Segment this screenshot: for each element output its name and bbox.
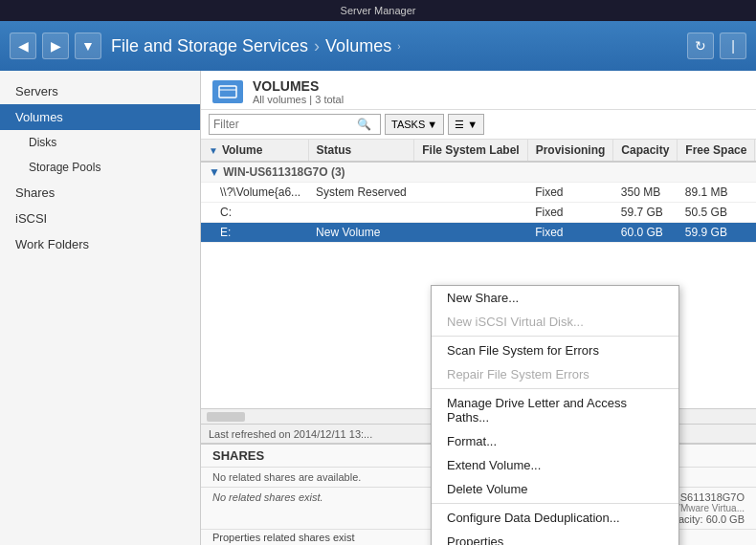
breadcrumb-service[interactable]: File and Storage Services — [111, 36, 308, 56]
section-header: VOLUMES All volumes | 3 total — [201, 71, 756, 110]
sidebar-item-volumes[interactable]: Volumes — [0, 104, 200, 130]
breadcrumb-current: Volumes — [325, 36, 391, 56]
forward-button[interactable]: ▶ — [42, 33, 69, 59]
menu-button[interactable]: ▼ — [75, 33, 101, 59]
pin-button[interactable]: | — [720, 33, 746, 59]
cell-capacity: 350 MB — [613, 183, 678, 203]
cell-free: 59.9 GB — [678, 223, 755, 243]
sidebar-label-work-folders: Work Folders — [15, 237, 89, 251]
cell-provisioning: Fixed — [527, 203, 613, 223]
shares-title: SHARES — [212, 448, 264, 463]
nav-refresh-area: ↻ | — [687, 33, 746, 59]
breadcrumb: File and Storage Services › Volumes › — [111, 36, 401, 56]
cell-provisioning: Fixed — [527, 183, 613, 203]
refresh-status: Last refreshed on 2014/12/11 13:... — [209, 428, 372, 440]
cell-status — [308, 203, 414, 223]
sidebar-item-iscsi[interactable]: iSCSI — [0, 206, 200, 231]
col-free[interactable]: Free Space — [678, 140, 755, 162]
context-scan-fs[interactable]: Scan File System for Errors — [432, 338, 678, 362]
context-format[interactable]: Format... — [432, 429, 678, 453]
volumes-icon — [212, 80, 243, 103]
refresh-button[interactable]: ↻ — [687, 33, 714, 59]
toolbar: 🔍 TASKS ▼ ☰ ▼ — [201, 110, 756, 140]
sidebar-label-volumes: Volumes — [15, 110, 63, 124]
cell-label — [414, 203, 527, 223]
col-status[interactable]: Status — [308, 140, 414, 162]
col-label[interactable]: File System Label — [414, 140, 527, 162]
table-row-selected[interactable]: E: New Volume Fixed 60.0 GB 59.9 GB — [201, 223, 756, 243]
context-properties[interactable]: Properties — [432, 530, 678, 545]
cell-label — [414, 223, 527, 243]
shares-table-empty: No related shares exist. — [212, 491, 323, 503]
cell-label — [414, 183, 527, 203]
breadcrumb-sep2: › — [397, 41, 400, 52]
section-subtitle: All volumes | 3 total — [253, 94, 344, 105]
svg-rect-0 — [219, 86, 236, 98]
title-bar-text: Server Manager — [341, 5, 416, 16]
context-menu: New Share... New iSCSI Virtual Disk... S… — [431, 285, 679, 545]
col-provisioning[interactable]: Provisioning — [527, 140, 613, 162]
title-bar: Server Manager — [0, 0, 756, 21]
back-button[interactable]: ◀ — [10, 33, 36, 59]
sidebar: Servers Volumes Disks Storage Pools Shar… — [0, 71, 201, 545]
context-sep-1 — [432, 336, 678, 337]
table-row[interactable]: C: Fixed 59.7 GB 50.5 GB — [201, 203, 756, 223]
context-sep-3 — [432, 503, 678, 504]
col-capacity[interactable]: Capacity — [613, 140, 678, 162]
sidebar-label-disks: Disks — [29, 136, 56, 149]
context-delete[interactable]: Delete Volume — [432, 477, 678, 501]
table-row[interactable]: \\?\Volume{a6... System Reserved Fixed 3… — [201, 183, 756, 203]
volumes-table: ▼Volume Status File System Label Provisi… — [201, 140, 756, 243]
cell-volume: \\?\Volume{a6... — [201, 183, 308, 203]
sidebar-label-servers: Servers — [15, 84, 58, 98]
context-new-iscsi: New iSCSI Virtual Disk... — [432, 310, 678, 334]
nav-bar: ◀ ▶ ▼ File and Storage Services › Volume… — [0, 21, 756, 71]
sidebar-label-storage-pools: Storage Pools — [29, 161, 100, 174]
filter-box[interactable]: 🔍 — [209, 114, 381, 135]
cell-free: 50.5 GB — [678, 203, 755, 223]
sidebar-item-storage-pools[interactable]: Storage Pools — [0, 155, 200, 180]
sidebar-item-disks[interactable]: Disks — [0, 130, 200, 155]
context-extend[interactable]: Extend Volume... — [432, 453, 678, 477]
sidebar-item-work-folders[interactable]: Work Folders — [0, 231, 200, 257]
filter-input[interactable] — [213, 118, 357, 131]
tasks-button[interactable]: TASKS ▼ — [385, 114, 444, 135]
search-icon: 🔍 — [357, 118, 371, 131]
context-repair-fs: Repair File System Errors — [432, 362, 678, 386]
sidebar-item-shares[interactable]: Shares — [0, 180, 200, 206]
section-info: VOLUMES All volumes | 3 total — [253, 78, 344, 105]
group-label: ▼ WIN-US611318G7O (3) — [201, 162, 756, 183]
context-new-share[interactable]: New Share... — [432, 286, 678, 310]
cell-free: 89.1 MB — [678, 183, 755, 203]
sidebar-label-iscsi: iSCSI — [15, 211, 47, 226]
sidebar-item-servers[interactable]: Servers — [0, 78, 200, 104]
context-configure-dedup[interactable]: Configure Data Deduplication... — [432, 506, 678, 530]
cell-volume: E: — [201, 223, 308, 243]
view-button[interactable]: ☰ ▼ — [448, 114, 484, 135]
sidebar-label-shares: Shares — [15, 185, 55, 200]
cell-capacity: 59.7 GB — [613, 203, 678, 223]
shares-subtitle: No related shares are available. — [212, 471, 361, 483]
breadcrumb-sep1: › — [314, 36, 320, 56]
cell-status: New Volume — [308, 223, 414, 243]
cell-capacity: 60.0 GB — [613, 223, 678, 243]
cell-volume: C: — [201, 203, 308, 223]
cell-provisioning: Fixed — [527, 223, 613, 243]
group-row: ▼ WIN-US611318G7O (3) — [201, 162, 756, 183]
section-title: VOLUMES — [253, 78, 344, 94]
context-sep-2 — [432, 388, 678, 389]
cell-status: System Reserved — [308, 183, 414, 203]
context-manage-drive[interactable]: Manage Drive Letter and Access Paths... — [432, 391, 678, 429]
col-volume[interactable]: ▼Volume — [201, 140, 308, 162]
